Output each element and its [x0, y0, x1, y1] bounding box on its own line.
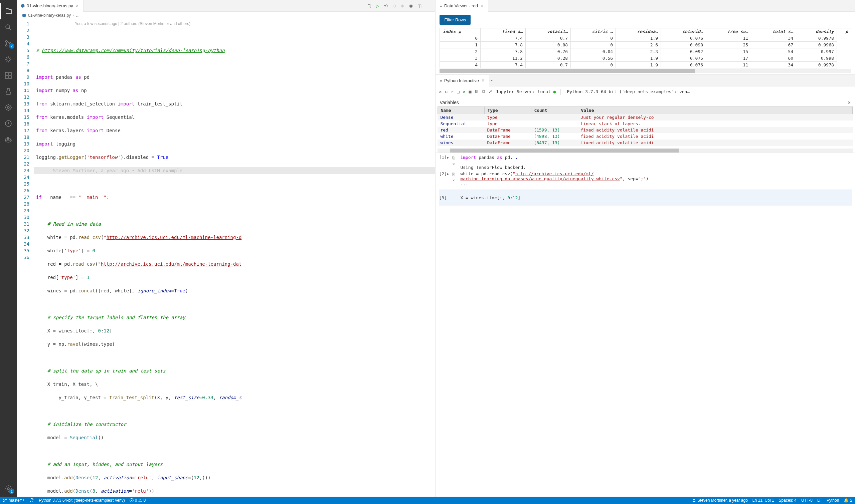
column-header[interactable]: residua… — [616, 29, 661, 35]
tab-label: Python Interactive — [444, 78, 479, 83]
prev-change-icon[interactable]: ⊖ — [392, 3, 396, 8]
interactive-toolbar: ✕ ↻ ↶ □ ↺ ▦ 🗎 ⧉ ⤢ Jupyter Server: local … — [436, 87, 855, 97]
docker-icon[interactable] — [0, 131, 16, 147]
table-row[interactable]: 07.40.701.90.07611340.9978 — [440, 35, 851, 42]
close-variables-icon[interactable]: ✕ — [847, 100, 851, 105]
interrupt-icon[interactable]: □ — [457, 89, 459, 94]
data-table[interactable]: index ▲fixed a…volatil…citric …residua…c… — [439, 28, 851, 68]
column-header[interactable]: density — [796, 29, 837, 35]
undo-icon[interactable]: ↶ — [451, 89, 454, 94]
export-icon[interactable]: ⧉ — [482, 89, 485, 94]
status-encoding[interactable]: UTF-8 — [801, 498, 813, 503]
interpreter-label[interactable]: Python 3.7.3 64-bit ('deep-nets-examples… — [567, 89, 690, 94]
rerun-icon[interactable]: ↺ — [463, 89, 466, 94]
split-editor-icon[interactable]: ◫ — [418, 3, 421, 8]
settings-gear-icon[interactable]: 1 — [0, 481, 16, 497]
compare-icon[interactable]: ⇅ — [368, 3, 371, 8]
goto-icon[interactable]: ⎘ — [452, 172, 460, 177]
settings-badge: 1 — [9, 489, 14, 494]
activity-bar: 2 1 — [0, 0, 17, 497]
delete-cell-icon[interactable]: ✕ — [452, 162, 460, 166]
status-spaces[interactable]: Spaces: 4 — [779, 498, 797, 503]
status-notifications[interactable]: 🔔2 — [844, 498, 852, 503]
source-control-icon[interactable]: 2 — [0, 35, 16, 51]
restart-icon[interactable]: ↻ — [445, 89, 448, 94]
column-header[interactable]: chlorid… — [661, 29, 706, 35]
col-value[interactable]: Value — [578, 107, 853, 114]
right-panel: ≡ Data Viewer - red × ⋯ Filter Rows inde… — [436, 0, 855, 497]
table-row[interactable]: 27.80.760.042.30.09215540.997 — [440, 49, 851, 55]
cancel-icon[interactable]: ✕ — [439, 89, 441, 94]
column-header[interactable]: free su… — [706, 29, 751, 35]
search-icon[interactable] — [0, 19, 16, 35]
more-icon[interactable]: ⋯ — [841, 3, 855, 8]
column-header[interactable]: index ▲ — [440, 29, 481, 35]
next-change-icon[interactable]: ⊕ — [401, 3, 404, 8]
expand-icon[interactable]: ⤢ — [489, 89, 492, 94]
column-header[interactable]: citric … — [571, 29, 616, 35]
status-sync[interactable] — [29, 498, 34, 503]
status-eol[interactable]: LF — [817, 498, 822, 503]
column-header[interactable]: volatil… — [526, 29, 571, 35]
status-interpreter[interactable]: Python 3.7.3 64-bit ('deep-nets-examples… — [39, 498, 125, 503]
status-blame[interactable]: Steven Mortimer, a year ago — [692, 498, 748, 503]
tab-label: Data Viewer - red — [444, 3, 478, 8]
cell-2[interactable]: [2]▸ ⎘✕ white = pd.read_csv("http://arch… — [439, 170, 852, 187]
test-icon[interactable] — [0, 84, 16, 100]
cell-1[interactable]: [1]▸ ⎘✕ import pandas as pd... Using Ten… — [439, 154, 852, 170]
close-icon[interactable]: × — [480, 3, 484, 8]
jupyter-server-label[interactable]: Jupyter Server: local ● — [495, 89, 556, 94]
table-row[interactable]: 17.80.8802.60.09825670.9968 — [440, 42, 851, 49]
variable-row[interactable]: SequentialtypeLinear stack of layers. — [437, 121, 853, 127]
tab-python-interactive[interactable]: ≡ Python Interactive × — [436, 75, 489, 87]
status-branch[interactable]: master*+ — [3, 498, 25, 503]
cells-area[interactable]: [1]▸ ⎘✕ import pandas as pd... Using Ten… — [436, 152, 855, 497]
code-content[interactable]: You, a few seconds ago | 2 authors (Stev… — [34, 19, 435, 497]
status-problems[interactable]: ⓧ0 ⚠0 — [129, 498, 146, 503]
close-icon[interactable]: × — [481, 78, 485, 83]
svg-rect-12 — [6, 139, 7, 140]
variables-icon[interactable]: ▦ — [469, 89, 472, 94]
kernel-icon[interactable]: ◉ — [409, 3, 413, 8]
status-dot-icon: ● — [554, 89, 556, 94]
save-icon[interactable]: 🗎 — [475, 89, 479, 94]
explorer-icon[interactable] — [0, 3, 16, 19]
close-icon[interactable]: × — [75, 3, 79, 8]
variable-row[interactable]: redDataFrame(1599, 13)fixed acidity vola… — [437, 127, 853, 133]
python-file-icon: ⬢ — [22, 13, 26, 18]
revert-icon[interactable]: ⟲ — [384, 3, 388, 8]
horizontal-scrollbar[interactable] — [439, 69, 851, 73]
codelens[interactable]: You, a few seconds ago | 2 authors (Stev… — [73, 20, 190, 27]
tab-data-viewer[interactable]: ≡ Data Viewer - red × — [436, 0, 488, 12]
breadcrumb[interactable]: ⬢ 01-wine-binary-keras.py › ... — [17, 12, 435, 19]
editor-tabs: ⬢ 01-wine-binary-keras.py × ⇅ ▷ ⟲ ⊖ ⊕ ◉ … — [17, 0, 435, 12]
horizontal-scrollbar[interactable] — [437, 148, 853, 152]
col-name[interactable]: Name — [438, 107, 485, 114]
filter-rows-button[interactable]: Filter Rows — [439, 15, 471, 25]
table-row[interactable]: 311.20.280.561.90.07517600.998 — [440, 55, 851, 62]
code-editor[interactable]: 12345 678910 1112131415 1617181920 21222… — [17, 19, 435, 497]
run-icon[interactable]: ▷ — [376, 3, 379, 8]
column-header[interactable]: p — [837, 29, 851, 35]
col-type[interactable]: Type — [485, 107, 531, 114]
table-row[interactable]: 47.40.701.90.07611340.9978 — [440, 62, 851, 68]
cell-input[interactable]: [3] X = wines.iloc[:, 0:12] — [439, 190, 852, 205]
more-icon[interactable]: ⋯ — [426, 3, 431, 8]
column-header[interactable]: total s… — [751, 29, 796, 35]
status-line-col[interactable]: Ln 11, Col 1 — [752, 498, 774, 503]
col-count[interactable]: Count — [531, 107, 578, 114]
variable-row[interactable]: DensetypeJust your regular densely-co — [437, 114, 853, 121]
tab-wine-keras[interactable]: ⬢ 01-wine-binary-keras.py × — [17, 0, 84, 12]
goto-icon[interactable]: ⎘ — [452, 156, 460, 160]
extensions-icon[interactable] — [0, 68, 16, 84]
column-header[interactable]: fixed a… — [481, 29, 526, 35]
delete-cell-icon[interactable]: ✕ — [452, 178, 460, 183]
debug-icon[interactable] — [0, 51, 16, 68]
variable-row[interactable]: winesDataFrame(6497, 13)fixed acidity vo… — [437, 140, 853, 146]
variables-table[interactable]: Name Type Count Value DensetypeJust your… — [437, 107, 853, 146]
gitlens-icon[interactable] — [0, 100, 16, 115]
history-icon[interactable] — [0, 115, 16, 131]
status-language[interactable]: Python — [826, 498, 839, 503]
more-icon[interactable]: ⋯ — [489, 78, 494, 83]
variable-row[interactable]: whiteDataFrame(4898, 13)fixed acidity vo… — [437, 133, 853, 140]
